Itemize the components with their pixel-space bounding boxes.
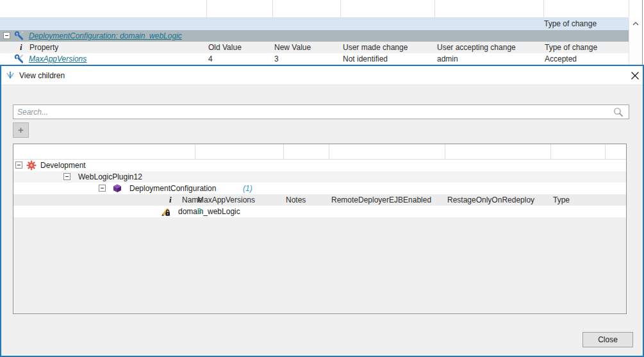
pane-border: [642, 0, 643, 65]
tree-row-domain-weblogic[interactable]: domain_webLogic 3: [13, 206, 626, 217]
dialog-title: View children: [19, 66, 65, 85]
close-button[interactable]: Close: [582, 332, 633, 347]
col-header-property: Property: [29, 42, 58, 53]
add-button[interactable]: +: [13, 122, 29, 138]
col-header-maxappversions: MaxAppVersions: [197, 194, 255, 206]
col-header-type-of-change: Type of change: [545, 42, 597, 53]
search-input[interactable]: [13, 104, 629, 119]
user-made-change: Not identified: [343, 53, 388, 65]
col-header-remotedeployerejbenabled: RemoteDeployerEJBEnabled: [331, 194, 431, 206]
new-value: 3: [274, 53, 279, 65]
col-header-old-value: Old Value: [208, 42, 242, 53]
scroll-up-icon[interactable]: [632, 21, 640, 27]
property-header-row: i Property Old Value New Value User made…: [0, 42, 629, 53]
search-icon[interactable]: [613, 106, 624, 118]
old-value: 4: [208, 53, 213, 65]
pencil-lock-icon: [160, 206, 170, 217]
cube-icon: [112, 183, 122, 194]
column-divider: [550, 144, 551, 159]
collapse-expander[interactable]: [63, 173, 70, 180]
close-icon[interactable]: [630, 71, 640, 81]
tree-row-development[interactable]: Development: [13, 160, 626, 171]
info-icon: i: [20, 42, 22, 53]
tree-header-row: [13, 144, 626, 160]
leaf-name: domain_webLogic: [178, 206, 240, 217]
tools-icon: [14, 31, 24, 41]
column-divider: [195, 144, 195, 159]
column-divider: [543, 0, 544, 17]
column-divider: [329, 144, 329, 159]
children-count-badge: (1): [243, 183, 252, 194]
property-link[interactable]: MaxAppVersions: [29, 53, 87, 65]
type-of-change: Accepted: [545, 53, 577, 65]
gear-icon: [26, 160, 37, 170]
column-divider: [272, 0, 273, 17]
column-divider: [629, 0, 629, 17]
collapse-expander[interactable]: [99, 185, 106, 192]
tree-row-deploymentconfiguration[interactable]: DeploymentConfiguration (1): [13, 183, 626, 194]
col-header-restageonlyonredeploy: RestageOnlyOnRedeploy: [447, 194, 534, 206]
collapse-expander[interactable]: [3, 32, 10, 39]
dialog-titlebar: [1, 66, 643, 85]
col-header-user-accepting-change: User accepting change: [437, 42, 516, 53]
col-header-user-made-change: User made change: [343, 42, 408, 53]
column-divider: [283, 144, 284, 159]
group-row[interactable]: DeploymentConfiguration: domain_webLogic: [0, 30, 629, 42]
user-accepting-change: admin: [437, 53, 458, 65]
tree-label-weblogicplugin12: WebLogicPlugin12: [78, 171, 142, 183]
tree-label-development: Development: [40, 160, 86, 171]
vertical-scrollbar[interactable]: [629, 18, 642, 65]
column-divider: [434, 0, 435, 17]
column-divider: [206, 0, 207, 17]
tree-label-deploymentconfiguration: DeploymentConfiguration: [129, 183, 216, 194]
screen: Type of change DeploymentConfiguration: …: [0, 0, 644, 357]
view-children-icon: [5, 71, 15, 81]
col-header-type: Type: [553, 194, 570, 206]
changes-pane: Type of change DeploymentConfiguration: …: [0, 0, 644, 65]
column-divider: [605, 144, 606, 159]
collapse-expander[interactable]: [15, 162, 22, 169]
leaf-maxappversions-value: 3: [197, 206, 202, 217]
info-icon: i: [169, 194, 172, 206]
column-divider: [445, 144, 445, 159]
tree-row-weblogicplugin12[interactable]: WebLogicPlugin12: [13, 171, 626, 183]
tools-icon: [14, 54, 24, 64]
group-link[interactable]: DeploymentConfiguration: domain_webLogic: [29, 30, 182, 42]
corner-header-label: Type of change: [544, 18, 597, 30]
children-tree-table: Development WebLogicPlugin12 DeploymentC…: [13, 144, 627, 314]
column-header-row[interactable]: Type of change: [0, 18, 629, 30]
tree-columns-row: i Name MaxAppVersions Notes RemoteDeploy…: [13, 194, 626, 206]
change-row[interactable]: MaxAppVersions 4 3 Not identified admin …: [0, 53, 629, 65]
col-header-new-value: New Value: [274, 42, 311, 53]
column-divider: [340, 0, 341, 17]
col-header-notes: Notes: [286, 194, 306, 206]
